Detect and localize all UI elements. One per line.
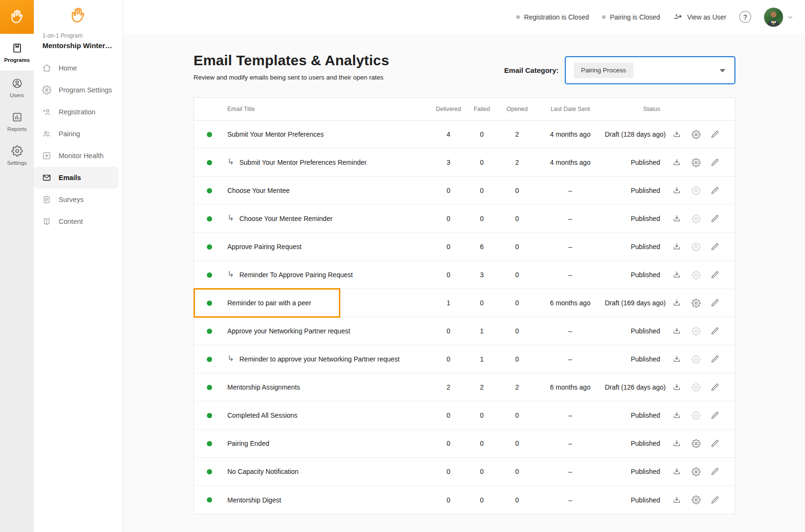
pencil-icon[interactable]: [711, 411, 719, 420]
gear-icon[interactable]: [692, 327, 701, 336]
last-date-sent-value: 4 months ago: [536, 159, 605, 166]
opened-value: 0: [499, 440, 536, 447]
sidebar-item-content[interactable]: Content: [34, 211, 122, 232]
sidebar-item-registration[interactable]: Registration: [34, 101, 122, 123]
download-icon[interactable]: [672, 495, 682, 505]
active-dot-icon: [207, 497, 212, 502]
table-row: Mentorship Assignments 2 2 2 6 months ag…: [194, 373, 735, 402]
pencil-icon[interactable]: [711, 355, 719, 363]
delivered-value: 0: [432, 355, 465, 363]
pencil-icon[interactable]: [711, 327, 719, 335]
download-icon[interactable]: [672, 130, 682, 139]
rail-item-settings[interactable]: Settings: [0, 138, 34, 172]
gear-icon[interactable]: [692, 242, 701, 251]
email-category-select[interactable]: Pairing Process: [565, 56, 735, 84]
pairing-status-label: Pairing is Closed: [610, 13, 660, 21]
pencil-icon[interactable]: [711, 130, 719, 139]
help-button[interactable]: ?: [739, 11, 751, 23]
delivered-value: 0: [432, 243, 465, 251]
col-status: Status: [605, 106, 668, 112]
download-icon[interactable]: [672, 214, 682, 223]
hand-wave-icon: [34, 0, 122, 30]
chevron-down-icon[interactable]: [786, 13, 795, 21]
gear-icon[interactable]: [692, 271, 701, 280]
pencil-icon[interactable]: [711, 186, 719, 195]
sidebar-item-pairing[interactable]: Pairing: [34, 123, 122, 145]
row-status-dot-cell: [194, 272, 224, 278]
gear-icon[interactable]: [692, 439, 701, 448]
row-actions: [668, 495, 735, 505]
table-row: Approve your Networking Partner request …: [194, 317, 735, 345]
last-date-sent-value: 6 months ago: [536, 299, 605, 307]
download-icon[interactable]: [672, 467, 682, 476]
sidebar-item-program-settings[interactable]: Program Settings: [34, 79, 122, 101]
rail-item-programs[interactable]: Programs: [0, 34, 34, 70]
download-icon[interactable]: [672, 354, 682, 364]
opened-value: 0: [499, 355, 536, 363]
pencil-icon[interactable]: [711, 299, 719, 307]
active-dot-icon: [207, 441, 212, 446]
table-row: No Capacity Notification 0 0 0 – Publish…: [194, 458, 735, 486]
download-icon[interactable]: [672, 186, 682, 195]
rail-item-users[interactable]: Users: [0, 70, 34, 104]
email-title-cell: Pairing Ended: [224, 440, 432, 447]
people-icon: [42, 129, 51, 139]
gear-icon[interactable]: [692, 130, 701, 139]
active-dot-icon: [207, 301, 212, 306]
pencil-icon[interactable]: [711, 214, 719, 223]
gear-icon[interactable]: [692, 411, 701, 420]
avatar[interactable]: [764, 8, 783, 27]
download-icon[interactable]: [672, 439, 682, 448]
download-icon[interactable]: [672, 242, 682, 251]
view-as-user-button[interactable]: View as User: [673, 12, 726, 22]
book-open-icon: [42, 217, 51, 226]
download-icon[interactable]: [672, 382, 682, 392]
last-date-sent-value: 4 months ago: [536, 130, 605, 138]
pencil-icon[interactable]: [711, 383, 719, 391]
gear-icon[interactable]: [692, 383, 701, 392]
sidebar-item-label: Registration: [59, 108, 95, 116]
status-value: Published: [605, 187, 668, 194]
main-area: Registration is Closed Pairing is Closed…: [123, 0, 805, 532]
gear-icon[interactable]: [692, 186, 701, 195]
pencil-icon[interactable]: [711, 271, 719, 279]
status-dot-icon: [602, 15, 606, 19]
app-logo[interactable]: [0, 0, 34, 34]
pairing-status: Pairing is Closed: [602, 13, 660, 21]
pencil-icon[interactable]: [711, 496, 719, 504]
table-row: Pairing Ended 0 0 0 – Published: [194, 430, 735, 458]
sidebar-item-emails[interactable]: Emails: [34, 167, 119, 189]
gear-icon[interactable]: [692, 214, 701, 223]
pencil-icon[interactable]: [711, 242, 719, 251]
hand-wave-icon: [9, 9, 26, 26]
gear-icon[interactable]: [692, 299, 701, 308]
download-icon[interactable]: [672, 158, 682, 167]
email-title-cell: ↳ Reminder to approve your Networking Pa…: [224, 355, 432, 363]
rail-item-reports[interactable]: Reports: [0, 104, 34, 138]
active-dot-icon: [207, 272, 212, 278]
sidebar-item-home[interactable]: Home: [34, 57, 122, 79]
gear-icon[interactable]: [692, 467, 701, 476]
opened-value: 2: [499, 130, 536, 138]
gear-icon[interactable]: [692, 355, 701, 364]
download-icon[interactable]: [672, 298, 682, 308]
failed-value: 0: [465, 159, 499, 166]
opened-value: 0: [499, 412, 536, 419]
page-subtitle: Review and modify emails being sent to u…: [194, 74, 389, 81]
account-menu[interactable]: [764, 8, 795, 27]
row-actions: [668, 326, 735, 336]
topbar: Registration is Closed Pairing is Closed…: [123, 0, 805, 34]
pencil-icon[interactable]: [711, 467, 719, 476]
delivered-value: 0: [432, 327, 465, 335]
download-icon[interactable]: [672, 270, 682, 280]
download-icon[interactable]: [672, 326, 682, 336]
gear-icon[interactable]: [692, 495, 701, 504]
pencil-icon[interactable]: [711, 158, 719, 167]
download-icon[interactable]: [672, 411, 682, 420]
sidebar-item-monitor-health[interactable]: Monitor Health: [34, 145, 122, 167]
gear-icon[interactable]: [692, 158, 701, 167]
child-arrow-icon: ↳: [227, 215, 234, 222]
active-dot-icon: [207, 357, 212, 362]
sidebar-item-surveys[interactable]: Surveys: [34, 189, 122, 211]
pencil-icon[interactable]: [711, 439, 719, 448]
